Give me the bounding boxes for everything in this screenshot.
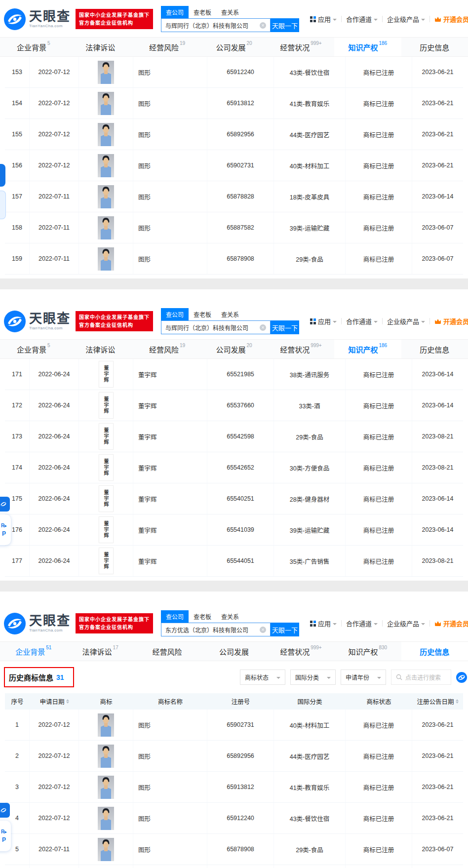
tab-知识产权[interactable]: 知识产权830 [334,642,401,661]
tianyancha-logo[interactable]: 天眼查 TianYanCha.com [4,8,71,30]
tab-企业背景[interactable]: 企业背景51 [0,642,67,661]
publication-date: 2023-06-21 [412,150,463,181]
tab-count: 830 [379,645,387,650]
tab-法律诉讼[interactable]: 法律诉讼17 [67,642,133,661]
tabbar: 企业背景51法律诉讼17经营风险公司发展经营状况999+知识产权830历史信息 [0,641,468,661]
tab-count: 20 [246,343,252,348]
search-tab-relation[interactable]: 查关系 [216,308,244,320]
nav-enterprise-products[interactable]: 企业级产品 [387,619,425,628]
search-input[interactable]: 与辉同行（北京）科技有限公司 × [161,18,271,32]
nav-enterprise-products[interactable]: 企业级产品 [387,14,425,24]
side-float-light-tab[interactable] [0,191,6,219]
tab-经营风险[interactable]: 经营风险 [134,642,200,661]
search-tab-boss[interactable]: 查老板 [189,6,216,18]
search-input[interactable]: 与辉同行（北京）科技有限公司 × [161,320,271,334]
side-float-blue-tab[interactable] [0,164,5,187]
search-tab-relation[interactable]: 查关系 [216,610,244,623]
row-index: 2 [5,741,30,771]
tab-经营风险[interactable]: 经营风险19 [134,38,200,56]
search-button[interactable]: 天眼一下 [271,320,299,334]
tab-公司发展[interactable]: 公司发展 [200,642,267,661]
tianyancha-logo[interactable]: 天眼查 TianYanCha.com [4,311,71,332]
trademark-name: 图形 [133,57,207,87]
nav-cooperation[interactable]: 合作通道 [346,619,378,628]
filter-dropdown-商标状态[interactable]: 商标状态 [240,670,285,685]
side-float-tabs[interactable] [0,164,6,219]
app-float-icon[interactable] [0,803,10,818]
sort-icon[interactable] [456,699,459,704]
float-widget[interactable]: R▸ P [0,803,11,851]
filter-dropdown-国际分类[interactable]: 国际分类 [290,670,336,685]
tab-公司发展[interactable]: 公司发展20 [200,38,267,56]
search-tab-boss[interactable]: 查老板 [189,308,216,320]
nav-apps[interactable]: 应用 [310,14,337,24]
tab-经营状况[interactable]: 经营状况999+ [268,642,334,661]
nav-cooperation-label: 合作通道 [346,316,372,326]
tab-企业背景[interactable]: 企业背景5 [0,38,67,56]
column-header-国际分类: 国际分类 [274,695,346,708]
tab-label: 知识产权 [348,42,378,52]
nav-enterprise-products[interactable]: 企业级产品 [387,316,425,326]
column-header-注册公告日期[interactable]: 注册公告日期 [412,695,463,708]
search-tab-company[interactable]: 查公司 [161,308,189,320]
search-tab-company[interactable]: 查公司 [161,6,189,18]
apply-date: 2022-06-24 [30,421,79,452]
search-tab-company[interactable]: 查公司 [161,610,189,623]
registration-number: 65878828 [207,181,274,212]
float-widget[interactable]: R▸ P [0,497,11,545]
tab-知识产权[interactable]: 知识产权186 [334,340,401,358]
filter-dropdown-申请年份[interactable]: 申请年份 [341,670,386,685]
app-download-card[interactable]: R▸ P [0,821,11,851]
side-float-app[interactable]: R▸ P [0,497,11,545]
row-index: 171 [5,359,30,390]
tianyancha-logo-icon [4,613,26,634]
trademark-image-cell [79,88,133,118]
nav-enterprise-label: 企业级产品 [387,316,419,326]
registration-number: 65887582 [207,212,274,243]
tab-知识产权[interactable]: 知识产权186 [334,38,401,56]
tianyancha-logo[interactable]: 天眼查 TianYanCha.com [4,613,71,634]
apply-date: 2022-06-24 [30,483,79,514]
tab-公司发展[interactable]: 公司发展20 [200,340,267,358]
tab-企业背景[interactable]: 企业背景5 [0,340,67,358]
search-input[interactable]: 东方优选（北京）科技有限公司 × [161,623,271,636]
tab-历史信息[interactable]: 历史信息 [401,38,468,56]
search-button[interactable]: 天眼一下 [271,623,299,636]
publication-date: 2023-08-21 [412,546,463,576]
intl-class: 35类-广告销售 [274,546,346,576]
search-area: 查公司 查老板 查关系 与辉同行（北京）科技有限公司 × 天眼一下 [161,6,299,32]
tab-历史信息[interactable]: 历史信息 [401,642,468,661]
tab-经营状况[interactable]: 经营状况999+ [268,340,334,358]
nav-cooperation[interactable]: 合作通道 [346,316,378,326]
nav-apps[interactable]: 应用 [310,316,337,326]
app-float-icon[interactable] [0,497,10,512]
trademark-signature-image: 董宇辉 [99,485,114,512]
column-header-申请日期[interactable]: 申请日期 [30,695,79,708]
tab-经营风险[interactable]: 经营风险19 [134,340,200,358]
search-tab-relation[interactable]: 查关系 [216,6,244,18]
table-row: 1532022-07-12 图形6591224043类-餐饮住宿商标已注册202… [5,57,463,88]
app-download-card[interactable]: R▸ P [0,514,11,545]
clear-icon[interactable]: × [260,627,266,633]
tab-法律诉讼[interactable]: 法律诉讼 [67,340,133,358]
nav-vip-membership[interactable]: 开通会员 [434,316,468,326]
nav-cooperation[interactable]: 合作通道 [346,14,378,24]
side-float-app[interactable]: R▸ P [0,803,11,851]
clear-icon[interactable]: × [260,22,266,29]
nav-vip-membership[interactable]: 开通会员 [434,14,468,24]
tab-label: 经营风险 [149,344,179,355]
tab-法律诉讼[interactable]: 法律诉讼 [67,38,133,56]
nav-vip-membership[interactable]: 开通会员 [434,619,468,628]
clear-icon[interactable]: × [260,324,266,331]
search-button[interactable]: 天眼一下 [271,18,299,32]
tianyancha-mini-logo-icon[interactable] [456,672,467,683]
sort-icon[interactable] [66,699,69,704]
registration-number: 65541039 [207,514,274,545]
filter-search-input[interactable]: 点击进行搜索 [391,670,451,685]
trademark-status: 商标已注册 [346,243,412,274]
float-widget[interactable] [0,164,6,219]
search-tab-boss[interactable]: 查老板 [189,610,216,623]
nav-apps[interactable]: 应用 [310,619,337,628]
tab-经营状况[interactable]: 经营状况999+ [268,38,334,56]
tab-历史信息[interactable]: 历史信息 [401,340,468,358]
